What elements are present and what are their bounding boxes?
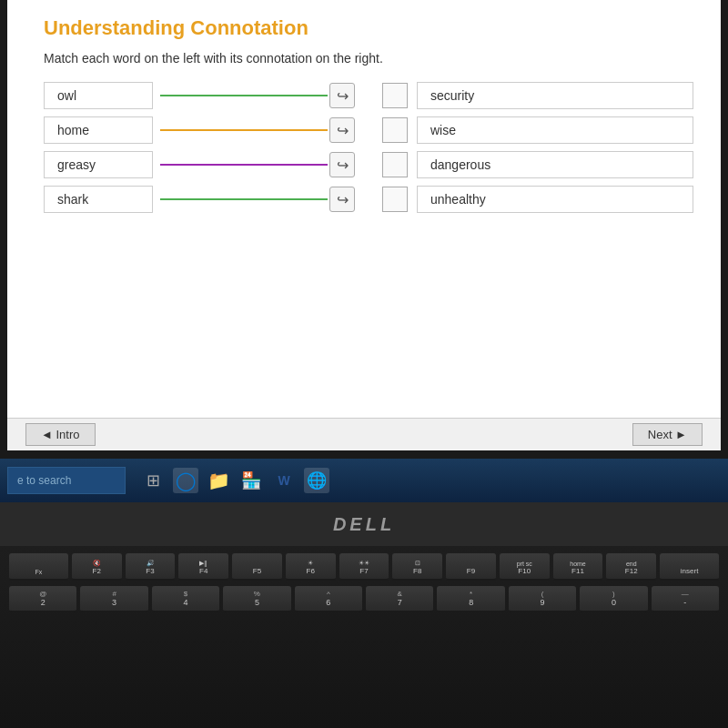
connector-home: ↪ (160, 117, 355, 143)
key-f4[interactable]: ▶‖F4 (178, 553, 228, 581)
answer-row-wise: wise (382, 116, 693, 144)
key-caret[interactable]: ^6 (295, 586, 362, 612)
word-owl: owl (44, 82, 153, 109)
answer-wise: wise (417, 116, 693, 144)
key-dollar[interactable]: $4 (152, 586, 219, 612)
edge-icon[interactable]: ◯ (173, 468, 198, 493)
key-at[interactable]: @2 (9, 586, 76, 612)
checkbox-wise[interactable] (382, 117, 408, 143)
bottom-nav: ◄ Intro Next ► (7, 418, 721, 450)
key-f9[interactable]: F9 (446, 553, 496, 581)
dell-area: DELL (0, 502, 728, 546)
key-hash[interactable]: #3 (80, 586, 147, 612)
key-insert[interactable]: insert (660, 553, 719, 581)
next-button[interactable]: Next ► (632, 423, 703, 446)
word-home: home (44, 116, 153, 144)
taskbar-icons: ⊞ ◯ 📁 🏪 W 🌐 (140, 468, 329, 493)
left-column: owl ↪ home ↪ greasy (44, 82, 355, 213)
taskbar: e to search ⊞ ◯ 📁 🏪 W 🌐 (0, 459, 728, 502)
answer-unhealthy: unhealthy (417, 186, 693, 213)
dell-logo: DELL (333, 514, 395, 535)
connector-shark: ↪ (160, 187, 355, 212)
file-explorer-icon[interactable]: 📁 (206, 468, 231, 493)
arrow-greasy[interactable]: ↪ (329, 152, 355, 177)
key-f7[interactable]: ☀☀F7 (339, 553, 389, 581)
keyboard-area: Fx 🔇F2 🔊F3 ▶‖F4 F5 ☀F6 ☀☀F7 ⊡F8 F9 prt s… (0, 546, 728, 728)
key-rparen[interactable]: )0 (580, 586, 647, 612)
intro-button[interactable]: ◄ Intro (25, 423, 96, 446)
checkbox-unhealthy[interactable] (382, 187, 408, 212)
store-icon[interactable]: 🏪 (238, 468, 264, 493)
page-title: Understanding Connotation (44, 16, 693, 40)
answer-dangerous: dangerous (417, 151, 693, 178)
word-icon[interactable]: W (271, 468, 297, 493)
word-row-owl: owl ↪ (44, 82, 355, 109)
search-box[interactable]: e to search (7, 467, 126, 494)
arrow-home[interactable]: ↪ (329, 117, 355, 143)
key-fx[interactable]: Fx (9, 553, 68, 581)
virtual-desktop-icon[interactable]: ⊞ (140, 468, 166, 493)
checkbox-dangerous[interactable] (382, 152, 408, 177)
key-asterisk[interactable]: *8 (437, 586, 504, 612)
answer-row-dangerous: dangerous (382, 151, 693, 178)
key-f2[interactable]: 🔇F2 (72, 553, 122, 581)
word-shark: shark (44, 186, 153, 213)
connector-greasy: ↪ (160, 152, 355, 177)
key-f8[interactable]: ⊡F8 (392, 553, 442, 581)
chrome-icon[interactable]: 🌐 (304, 468, 329, 493)
answer-row-unhealthy: unhealthy (382, 186, 693, 213)
word-greasy: greasy (44, 151, 153, 178)
line-shark (160, 198, 328, 200)
connector-owl: ↪ (160, 83, 355, 108)
word-row-home: home ↪ (44, 116, 355, 144)
key-lparen[interactable]: (9 (509, 586, 576, 612)
fn-row: Fx 🔇F2 🔊F3 ▶‖F4 F5 ☀F6 ☀☀F7 ⊡F8 F9 prt s… (0, 546, 728, 584)
arrow-shark[interactable]: ↪ (329, 187, 355, 212)
right-column: security wise dangerous unhealthy (355, 82, 693, 213)
key-minus[interactable]: —- (652, 586, 719, 612)
num-row: @2 #3 $4 %5 ^6 &7 *8 (9 )0 —- (0, 584, 728, 614)
arrow-owl[interactable]: ↪ (329, 83, 355, 108)
line-home (160, 129, 328, 131)
key-f6[interactable]: ☀F6 (286, 553, 336, 581)
word-row-shark: shark ↪ (44, 186, 355, 213)
checkbox-security[interactable] (382, 83, 408, 108)
key-f10[interactable]: prt scF10 (500, 553, 550, 581)
key-ampersand[interactable]: &7 (366, 586, 433, 612)
line-greasy (160, 164, 328, 166)
word-row-greasy: greasy ↪ (44, 151, 355, 178)
answer-security: security (417, 82, 693, 109)
instructions: Match each word on the left with its con… (44, 51, 693, 66)
key-f5[interactable]: F5 (232, 553, 282, 581)
line-owl (160, 95, 328, 96)
key-f3[interactable]: 🔊F3 (126, 553, 176, 581)
key-f11[interactable]: homeF11 (553, 553, 603, 581)
answer-row-security: security (382, 82, 693, 109)
key-percent[interactable]: %5 (223, 586, 290, 612)
key-f12[interactable]: endF12 (606, 553, 656, 581)
